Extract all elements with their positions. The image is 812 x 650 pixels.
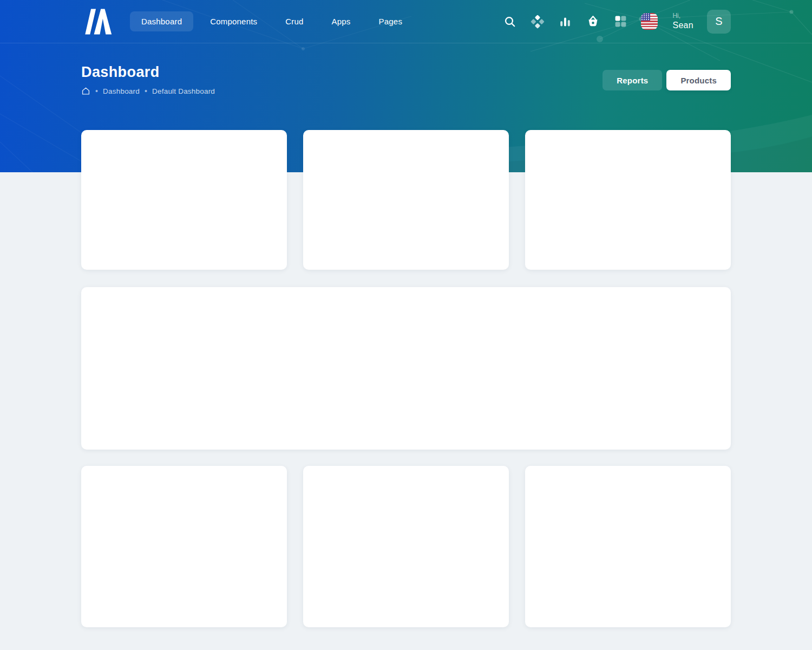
user-avatar[interactable]: S — [707, 10, 731, 34]
breadcrumb-separator: • — [95, 87, 98, 95]
breadcrumb-item-dashboard[interactable]: Dashboard — [103, 87, 140, 95]
card-bottom-3 — [525, 466, 731, 627]
brand-logo[interactable] — [81, 8, 113, 35]
brand-logo-icon — [81, 8, 113, 35]
card-top-3 — [525, 130, 731, 270]
card-top-1 — [81, 130, 287, 270]
bottom-card-row — [81, 466, 731, 627]
language-flag-icon[interactable] — [641, 13, 658, 30]
card-bottom-1 — [81, 466, 287, 627]
page-title: Dashboard — [81, 64, 215, 81]
greeting-text: Hi, — [672, 12, 693, 20]
user-name: Sean — [672, 20, 693, 31]
navbar-right: Hi, Sean S — [503, 10, 731, 34]
search-button[interactable] — [503, 15, 517, 29]
nav-item-components[interactable]: Components — [199, 11, 269, 31]
cart-button[interactable] — [586, 15, 600, 29]
search-icon — [503, 15, 516, 28]
shopping-basket-icon — [586, 15, 600, 28]
nav-item-dashboard[interactable]: Dashboard — [130, 11, 193, 31]
widgets-diamonds-icon — [531, 15, 545, 29]
breadcrumb-separator: • — [145, 87, 147, 95]
apps-grid-button[interactable] — [613, 15, 627, 29]
stats-button[interactable] — [558, 15, 572, 29]
page-header: Dashboard • Dashboard • Default Dashboar… — [0, 43, 812, 130]
nav-item-crud[interactable]: Crud — [274, 11, 315, 31]
nav-item-apps[interactable]: Apps — [320, 11, 362, 31]
reports-button[interactable]: Reports — [603, 70, 662, 90]
card-wide — [81, 287, 731, 450]
top-card-row — [81, 130, 731, 270]
nav-item-pages[interactable]: Pages — [368, 11, 414, 31]
page-header-actions: Reports Products — [603, 70, 731, 90]
page-header-left: Dashboard • Dashboard • Default Dashboar… — [81, 64, 215, 95]
breadcrumb: • Dashboard • Default Dashboard — [81, 87, 215, 95]
home-icon[interactable] — [81, 87, 90, 95]
top-navbar: Dashboard Components Crud Apps Pages — [0, 0, 812, 43]
breadcrumb-item-default-dashboard[interactable]: Default Dashboard — [152, 87, 215, 95]
products-button[interactable]: Products — [666, 70, 731, 90]
grid-squares-icon — [614, 15, 627, 28]
content-area — [81, 130, 731, 627]
main-menu: Dashboard Components Crud Apps Pages — [130, 11, 414, 31]
bar-chart-icon — [559, 15, 572, 28]
user-greeting: Hi, Sean — [672, 12, 693, 31]
widgets-button[interactable] — [531, 15, 545, 29]
card-top-2 — [303, 130, 509, 270]
page: Dashboard Components Crud Apps Pages — [0, 0, 812, 650]
card-bottom-2 — [303, 466, 509, 627]
